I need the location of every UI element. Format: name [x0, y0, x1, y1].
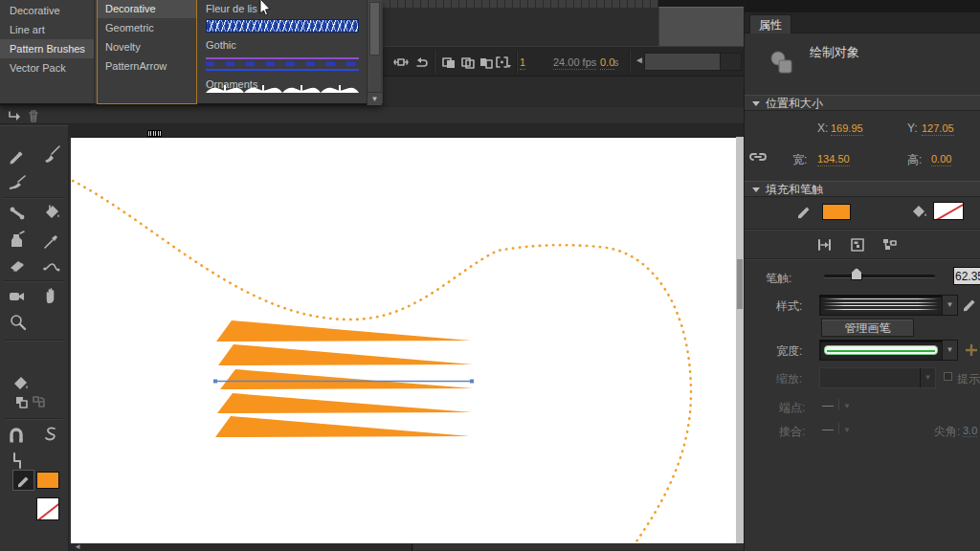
- stage-horizontal-scrollbar[interactable]: ◄: [69, 543, 744, 551]
- scale-label: 缩放:: [776, 371, 802, 387]
- stroke-size-value-box[interactable]: 62.35: [953, 267, 980, 285]
- delete-trash-icon[interactable]: [25, 107, 42, 124]
- width-tool[interactable]: [39, 253, 64, 277]
- tab-properties[interactable]: 属性: [749, 14, 791, 33]
- dropdown-arrow-icon[interactable]: ▼: [942, 296, 957, 315]
- stage-canvas[interactable]: [71, 137, 737, 543]
- bone-tool[interactable]: [5, 201, 30, 226]
- fill-color-swatch-none[interactable]: [36, 497, 59, 520]
- edit-multiple-frames-button[interactable]: [478, 54, 495, 71]
- straighten-option[interactable]: [7, 448, 32, 473]
- manage-brushes-button[interactable]: 管理画笔: [821, 319, 914, 337]
- overlay-frame-button[interactable]: [846, 235, 869, 254]
- timeline-scrollbar-track[interactable]: [721, 53, 742, 71]
- x-value-field[interactable]: 169.95: [831, 122, 863, 136]
- miter-label: 尖角:: [934, 424, 960, 440]
- loop-button[interactable]: [412, 54, 430, 71]
- pencil-tool[interactable]: [5, 143, 30, 168]
- height-value-field[interactable]: 0.00: [931, 153, 951, 166]
- vertical-scrollbar-thumb[interactable]: [737, 259, 743, 309]
- brush-fleur-de-lis-label[interactable]: Fleur de lis: [206, 3, 257, 14]
- stage-vertical-scrollbar[interactable]: [736, 137, 744, 543]
- width-label: 宽:: [792, 152, 807, 168]
- slider-thumb[interactable]: [851, 268, 862, 280]
- fill-color-control[interactable]: [8, 371, 33, 396]
- eyedropper-tool[interactable]: [39, 229, 64, 253]
- category-vector-pack[interactable]: Vector Pack: [0, 58, 94, 77]
- dropdown-arrow-icon[interactable]: ▼: [942, 341, 957, 360]
- subcategory-novelty[interactable]: Novelty: [98, 37, 196, 56]
- width-value-field[interactable]: 134.50: [817, 153, 850, 166]
- link-width-height-icon[interactable]: [748, 149, 768, 166]
- stroke-color-swatch[interactable]: [36, 472, 59, 489]
- orange-triangle-1[interactable]: [216, 320, 471, 342]
- eraser-tool[interactable]: [5, 253, 30, 277]
- frame-ticks-widget: [147, 130, 162, 137]
- fill-color-picker-none[interactable]: [933, 202, 964, 220]
- paint-bucket-tool[interactable]: [39, 200, 64, 225]
- cap-label: 端点:: [779, 400, 805, 416]
- timeline-frame-ruler[interactable]: [383, 0, 670, 8]
- brush-gothic-preview[interactable]: [206, 54, 359, 75]
- swap-colors-icon[interactable]: [31, 394, 48, 409]
- category-line-art[interactable]: Line art: [0, 20, 94, 39]
- onion-skin-button[interactable]: [440, 54, 457, 71]
- line-endpoint-right[interactable]: [470, 380, 474, 384]
- brush-ornaments-preview[interactable]: [206, 79, 359, 105]
- scrollbar-thumb[interactable]: [369, 2, 380, 55]
- zoom-tool[interactable]: [6, 310, 31, 335]
- smooth-option[interactable]: [38, 422, 63, 447]
- group-objects-button[interactable]: [879, 235, 902, 254]
- brush-list-scrollbar[interactable]: ▼: [367, 0, 381, 105]
- subcategory-patternarrow[interactable]: PatternArrow: [98, 56, 196, 76]
- toolbar-divider: [4, 418, 63, 419]
- timeline-scrollbar-thumb[interactable]: [644, 53, 721, 71]
- brush-tool[interactable]: [39, 142, 64, 166]
- snap-magnet-option[interactable]: [4, 424, 29, 449]
- add-width-profile-button[interactable]: [964, 342, 979, 360]
- subcategory-geometric[interactable]: Geometric: [98, 18, 196, 37]
- width-profile-dropdown[interactable]: ▼: [819, 340, 958, 361]
- section-header-fill-stroke[interactable]: 填充和笔触: [745, 181, 980, 197]
- cap-value: —: [822, 399, 834, 412]
- y-value-field[interactable]: 127.05: [922, 122, 954, 136]
- orange-triangle-5[interactable]: [215, 416, 470, 437]
- scroll-left-arrow[interactable]: ◄: [74, 542, 81, 551]
- stroke-style-dropdown[interactable]: ▼: [819, 295, 958, 316]
- scroll-down-arrow[interactable]: ▼: [368, 92, 382, 105]
- stroke-color-picker[interactable]: [822, 204, 851, 220]
- orange-triangle-4[interactable]: [217, 393, 472, 413]
- paint-brush-tool[interactable]: [5, 167, 30, 192]
- category-pattern-brushes[interactable]: Pattern Brushes: [0, 39, 94, 58]
- camera-tool[interactable]: [5, 284, 30, 309]
- brush-gothic-label[interactable]: Gothic: [206, 39, 236, 51]
- modify-markers-button[interactable]: [495, 54, 512, 71]
- elapsed-time-field[interactable]: 0.0: [600, 56, 614, 70]
- orange-triangle-group[interactable]: [215, 320, 473, 437]
- default-colors-icon[interactable]: [13, 394, 31, 409]
- onion-skin-outline-button[interactable]: [459, 54, 477, 71]
- brush-fleur-de-lis-preview[interactable]: [206, 19, 359, 33]
- line-endpoint-left[interactable]: [213, 380, 217, 384]
- stroke-size-slider[interactable]: [824, 275, 935, 277]
- goto-frame-icon[interactable]: [6, 107, 23, 124]
- orange-triangle-3[interactable]: [220, 369, 473, 389]
- ink-bottle-tool[interactable]: [5, 228, 30, 253]
- timeline-status-strip: [0, 107, 744, 124]
- orange-triangle-2[interactable]: [218, 344, 473, 365]
- hand-tool[interactable]: [39, 283, 64, 308]
- width-profile-preview: [824, 345, 938, 355]
- edit-stroke-style-button[interactable]: [961, 295, 980, 316]
- frame-rate-field[interactable]: 24.00 fps: [553, 56, 596, 70]
- timeline-scroll-left-arrow[interactable]: ◄: [635, 55, 644, 65]
- drawing-object-icon: [767, 48, 797, 80]
- stroke-color-control[interactable]: [12, 470, 34, 491]
- current-frame-field[interactable]: 1: [520, 56, 525, 70]
- center-frame-button[interactable]: [392, 54, 410, 71]
- section-header-position-size[interactable]: 位置和大小: [745, 95, 980, 111]
- subcategory-decorative[interactable]: Decorative: [98, 0, 196, 18]
- cap-dropdown-arrow: ▼: [843, 402, 851, 410]
- category-decorative[interactable]: Decorative: [0, 1, 94, 20]
- expand-to-fill-button[interactable]: [813, 235, 836, 254]
- x-label: X:: [817, 121, 828, 135]
